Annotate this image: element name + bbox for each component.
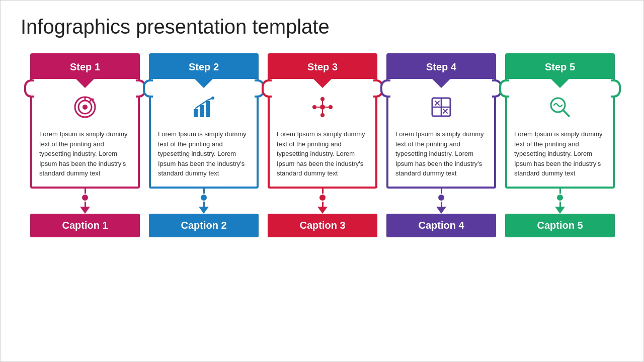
svg-point-9 <box>320 105 325 110</box>
step-4-icon <box>388 94 494 120</box>
step-1-header: Step 1 <box>32 55 138 79</box>
step-2-icon <box>151 94 257 120</box>
page-title: Infographics presentation template <box>21 16 624 38</box>
step-3-body: Lorem Ipsum is simply dummy text of the … <box>270 125 375 178</box>
cards-container: Step 1 Lorem Ipsum is simply dummy text … <box>21 53 624 352</box>
svg-point-12 <box>312 105 316 109</box>
step-3-connector <box>317 189 328 214</box>
svg-point-2 <box>83 105 88 110</box>
step-1-connector <box>80 189 90 214</box>
step-4-connector <box>436 189 446 214</box>
step-2-connector <box>199 189 209 214</box>
svg-point-11 <box>320 113 325 117</box>
step-3-card: Step 3 Lorem Ipsum is simp <box>268 53 377 189</box>
step-3-icon <box>270 94 375 120</box>
page: Infographics presentation template Step … <box>1 1 644 362</box>
svg-rect-5 <box>194 109 198 117</box>
step-5-wrapper: Step 5 Lorem Ipsum is simply dummy text … <box>505 53 615 237</box>
step-2-header: Step 2 <box>151 55 257 79</box>
step-4-body: Lorem Ipsum is simply dummy text of the … <box>388 125 494 178</box>
step-1-body: Lorem Ipsum is simply dummy text of the … <box>32 125 138 178</box>
step-5-card: Step 5 Lorem Ipsum is simply dummy text … <box>505 53 615 189</box>
step-1-caption: Caption 1 <box>30 214 140 237</box>
step-1-card: Step 1 Lorem Ipsum is simply dummy text … <box>30 53 140 189</box>
step-5-header: Step 5 <box>507 55 613 79</box>
step-5-icon <box>507 94 613 120</box>
step-2-card: Step 2 Lorem Ipsum is simply dummy text … <box>149 53 259 189</box>
svg-rect-7 <box>206 101 210 117</box>
svg-point-13 <box>329 105 333 109</box>
step-2-wrapper: Step 2 Lorem Ipsum is simply dummy text … <box>149 53 259 237</box>
svg-line-4 <box>89 100 91 103</box>
step-4-header: Step 4 <box>388 55 494 79</box>
step-2-body: Lorem Ipsum is simply dummy text of the … <box>151 125 257 178</box>
step-5-connector <box>555 189 565 214</box>
step-5-body: Lorem Ipsum is simply dummy text of the … <box>507 125 613 178</box>
step-1-icon <box>32 94 138 120</box>
svg-point-10 <box>320 97 325 101</box>
svg-rect-6 <box>200 105 204 117</box>
step-3-header: Step 3 <box>270 55 375 79</box>
svg-point-8 <box>211 97 214 100</box>
step-2-caption: Caption 2 <box>149 214 259 237</box>
svg-line-26 <box>563 110 569 116</box>
step-5-caption: Caption 5 <box>505 214 615 237</box>
step-4-card: Step 4 Lorem Ipsum is simply dummy text … <box>386 53 496 189</box>
step-3-caption: Caption 3 <box>268 214 377 237</box>
step-1-wrapper: Step 1 Lorem Ipsum is simply dummy text … <box>30 53 140 237</box>
step-3-wrapper: Step 3 Lorem Ipsum is simp <box>268 53 377 237</box>
step-4-caption: Caption 4 <box>386 214 496 237</box>
step-4-wrapper: Step 4 Lorem Ipsum is simply dummy text … <box>386 53 496 237</box>
